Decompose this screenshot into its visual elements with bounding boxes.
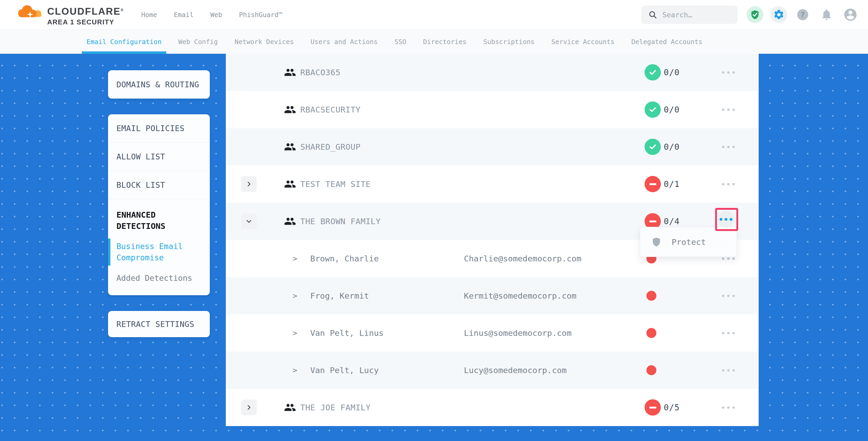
sidebar-section-enhanced-detections: ENHANCED DETECTIONS Business Email Compr… (108, 199, 210, 295)
group-icon-wrap (284, 401, 296, 414)
group-row-rbaco365: RBACO3650/0 (226, 54, 758, 91)
sidebar-card-policies: EMAIL POLICIES ALLOW LIST BLOCK LIST ENH… (108, 114, 210, 295)
group-row-rbacsecurity: RBACSECURITY0/0 (226, 91, 758, 128)
row-menu-button-active[interactable] (717, 211, 734, 228)
group-name: THE BROWN FAMILY (300, 203, 381, 240)
group-icon-wrap (284, 141, 296, 154)
search-icon (648, 10, 657, 19)
app-header: CLOUDFLARE® AREA 1 SECURITY HomeEmailWeb… (0, 0, 868, 29)
search-box[interactable] (642, 5, 737, 24)
status-unprotected-dot (646, 365, 656, 375)
member-name: Van Pelt, Lucy (310, 352, 379, 389)
group-icon-wrap (284, 66, 296, 80)
svg-text:?: ? (801, 10, 805, 19)
group-name: RBACO365 (300, 54, 340, 91)
tab-sso[interactable]: SSO (390, 30, 411, 54)
tab-subscriptions[interactable]: Subscriptions (478, 30, 539, 54)
member-row-van-pelt-linus: >Van Pelt, LinusLinus@somedemocorp.com (226, 314, 758, 352)
search-input[interactable] (662, 11, 731, 19)
context-menu: Protect (640, 227, 737, 257)
group-icon (284, 66, 296, 78)
section-tab-bar: Email ConfigurationWeb ConfigNetwork Dev… (0, 29, 868, 54)
nav-link-web[interactable]: Web (210, 11, 222, 19)
context-menu-item-label: Protect (672, 237, 706, 247)
brand-subtitle: AREA 1 SECURITY (47, 18, 124, 26)
group-icon (284, 401, 296, 413)
member-email: Kermit@somedemocorp.com (464, 277, 577, 314)
sidebar-item-label: Business Email Compromise (117, 242, 183, 262)
minus-icon (649, 183, 656, 185)
cloudflare-cloud-icon (16, 3, 43, 20)
group-icon (284, 178, 296, 190)
row-menu-button[interactable] (717, 61, 740, 84)
chevron-down-icon (245, 218, 252, 225)
shield-icon (651, 237, 662, 247)
sidebar-item-block-list[interactable]: BLOCK LIST (108, 171, 210, 199)
active-indicator-bar (108, 239, 111, 265)
member-email: Lucy@somedemocorp.com (464, 352, 567, 389)
expander-button-collapsed[interactable] (241, 176, 257, 192)
group-name: THE JOE FAMILY (300, 389, 371, 426)
tab-users-and-actions[interactable]: Users and Actions (306, 30, 382, 54)
group-icon-wrap (284, 103, 296, 117)
group-row-the-joe-family: THE JOE FAMILY0/5 (226, 389, 758, 426)
row-menu-button[interactable] (717, 98, 740, 121)
enhanced-detections-heading: ENHANCED DETECTIONS (117, 209, 202, 232)
member-name: Van Pelt, Linus (310, 314, 384, 352)
sidebar-item-retract-settings[interactable]: RETRACT SETTINGS (108, 311, 210, 337)
group-row-test-team-site: TEST TEAM SITE0/1 (226, 165, 758, 203)
sidebar-item-email-policies[interactable]: EMAIL POLICIES (108, 114, 210, 143)
sidebar-item-domains-routing[interactable]: DOMAINS & ROUTING (108, 70, 210, 99)
tab-directories[interactable]: Directories (418, 30, 471, 54)
member-chevron-icon[interactable]: > (293, 240, 297, 277)
account-icon[interactable] (842, 6, 859, 23)
row-menu-button[interactable] (717, 172, 740, 196)
member-name: Brown, Charlie (310, 240, 379, 277)
nav-link-phishguard[interactable]: PhishGuard™ (239, 11, 282, 19)
expander-button-expanded[interactable] (241, 213, 257, 229)
sidebar-card-domains: DOMAINS & ROUTING (108, 70, 210, 99)
context-menu-item-protect[interactable]: Protect (640, 227, 737, 257)
member-chevron-icon[interactable]: > (293, 352, 297, 389)
expander-button-collapsed[interactable] (241, 400, 257, 415)
sidebar-item-business-email-compromise[interactable]: Business Email Compromise (117, 241, 195, 263)
sidebar-item-allow-list[interactable]: ALLOW LIST (108, 143, 210, 171)
tab-network-devices[interactable]: Network Devices (230, 30, 299, 54)
brand-text: CLOUDFLARE® AREA 1 SECURITY (47, 6, 124, 26)
member-chevron-icon[interactable]: > (293, 314, 297, 352)
protected-count: 0/0 (664, 54, 680, 91)
settings-gear-icon[interactable] (770, 6, 787, 23)
member-row-van-pelt-lucy: >Van Pelt, LucyLucy@somedemocorp.com (226, 352, 758, 389)
row-menu-button[interactable] (717, 359, 740, 382)
group-row-shared-group: SHARED_GROUP0/0 (226, 128, 758, 165)
sidebar: DOMAINS & ROUTING EMAIL POLICIES ALLOW L… (108, 70, 210, 337)
top-nav: HomeEmailWebPhishGuard™ (141, 11, 282, 19)
tab-email-configuration[interactable]: Email Configuration (82, 30, 166, 54)
sidebar-item-added-detections[interactable]: Added Detections (117, 273, 195, 284)
check-icon (648, 105, 657, 114)
group-name: RBACSECURITY (300, 91, 361, 128)
protected-count: 0/0 (664, 91, 680, 128)
nav-link-home[interactable]: Home (141, 11, 157, 19)
tab-delegated-accounts[interactable]: Delegated Accounts (626, 30, 707, 54)
group-name: TEST TEAM SITE (300, 165, 371, 203)
tab-service-accounts[interactable]: Service Accounts (547, 30, 619, 54)
notifications-bell-icon[interactable] (818, 6, 835, 23)
group-icon-wrap (284, 215, 296, 228)
protected-count: 0/1 (664, 165, 680, 203)
row-menu-button[interactable] (717, 321, 740, 345)
row-menu-button[interactable] (717, 396, 740, 419)
member-email: Linus@somedemocorp.com (464, 314, 572, 352)
help-icon[interactable]: ? (794, 6, 811, 23)
sidebar-card-retract: RETRACT SETTINGS (108, 311, 210, 337)
protection-shield-icon[interactable] (747, 6, 763, 23)
tab-web-config[interactable]: Web Config (174, 30, 223, 54)
row-menu-button[interactable] (717, 135, 740, 158)
nav-link-email[interactable]: Email (174, 11, 193, 19)
member-chevron-icon[interactable]: > (293, 277, 297, 314)
row-menu-button[interactable] (717, 284, 740, 307)
status-unprotected-dot (646, 328, 656, 338)
group-name: SHARED_GROUP (300, 128, 361, 165)
brand-name: CLOUDFLARE® (47, 6, 124, 16)
chevron-right-icon (245, 181, 252, 187)
